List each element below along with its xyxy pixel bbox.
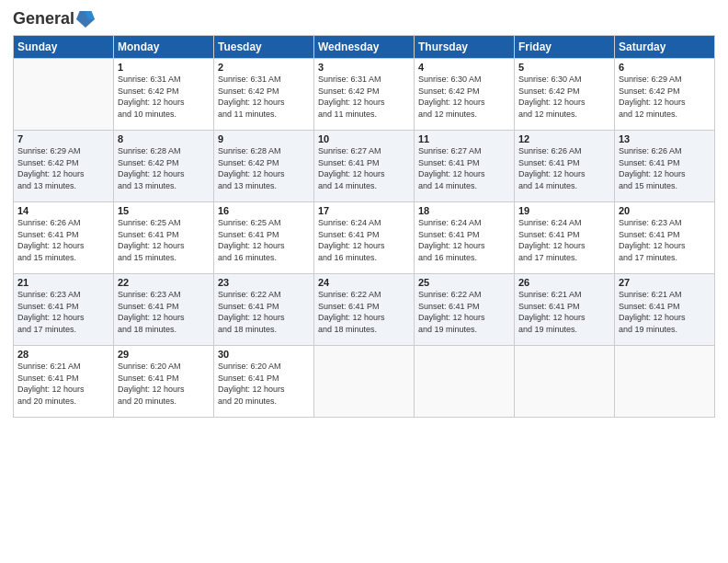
logo-general: General <box>13 9 74 28</box>
day-info: Sunrise: 6:22 AM Sunset: 6:41 PM Dayligh… <box>218 289 310 335</box>
day-number: 10 <box>318 133 410 144</box>
day-info: Sunrise: 6:29 AM Sunset: 6:42 PM Dayligh… <box>17 145 109 191</box>
day-info: Sunrise: 6:26 AM Sunset: 6:41 PM Dayligh… <box>17 217 109 263</box>
week-row-5: 28Sunrise: 6:21 AM Sunset: 6:41 PM Dayli… <box>14 346 715 418</box>
day-cell <box>14 59 114 131</box>
day-cell: 13Sunrise: 6:26 AM Sunset: 6:41 PM Dayli… <box>615 131 715 202</box>
header-cell-sunday: Sunday <box>14 36 114 59</box>
day-number: 17 <box>318 205 410 216</box>
header-cell-saturday: Saturday <box>615 36 715 59</box>
day-number: 7 <box>17 133 109 144</box>
day-cell: 26Sunrise: 6:21 AM Sunset: 6:41 PM Dayli… <box>515 274 615 346</box>
day-info: Sunrise: 6:25 AM Sunset: 6:41 PM Dayligh… <box>218 217 310 263</box>
day-cell: 12Sunrise: 6:26 AM Sunset: 6:41 PM Dayli… <box>515 131 615 202</box>
day-cell: 2Sunrise: 6:31 AM Sunset: 6:42 PM Daylig… <box>214 59 314 131</box>
day-cell: 3Sunrise: 6:31 AM Sunset: 6:42 PM Daylig… <box>314 59 415 131</box>
week-row-1: 1Sunrise: 6:31 AM Sunset: 6:42 PM Daylig… <box>14 59 715 131</box>
day-number: 21 <box>17 277 109 288</box>
day-cell: 7Sunrise: 6:29 AM Sunset: 6:42 PM Daylig… <box>14 131 114 202</box>
day-number: 29 <box>118 349 210 360</box>
day-number: 27 <box>619 277 711 288</box>
day-cell: 27Sunrise: 6:21 AM Sunset: 6:41 PM Dayli… <box>615 274 715 346</box>
day-cell: 16Sunrise: 6:25 AM Sunset: 6:41 PM Dayli… <box>214 202 314 274</box>
day-cell <box>415 346 515 418</box>
day-cell: 4Sunrise: 6:30 AM Sunset: 6:42 PM Daylig… <box>415 59 515 131</box>
day-cell: 10Sunrise: 6:27 AM Sunset: 6:41 PM Dayli… <box>314 131 415 202</box>
logo-text-block: General <box>13 9 95 28</box>
day-number: 1 <box>118 62 210 73</box>
day-cell: 18Sunrise: 6:24 AM Sunset: 6:41 PM Dayli… <box>415 202 515 274</box>
day-cell: 9Sunrise: 6:28 AM Sunset: 6:42 PM Daylig… <box>214 131 314 202</box>
day-info: Sunrise: 6:20 AM Sunset: 6:41 PM Dayligh… <box>118 361 210 407</box>
day-number: 14 <box>17 205 109 216</box>
logo: General <box>13 9 95 28</box>
day-number: 2 <box>218 62 310 73</box>
day-number: 19 <box>518 205 610 216</box>
day-number: 25 <box>418 277 510 288</box>
day-number: 4 <box>418 62 510 73</box>
day-number: 28 <box>17 349 109 360</box>
day-info: Sunrise: 6:25 AM Sunset: 6:41 PM Dayligh… <box>118 217 210 263</box>
day-number: 26 <box>518 277 610 288</box>
day-cell: 6Sunrise: 6:29 AM Sunset: 6:42 PM Daylig… <box>615 59 715 131</box>
day-cell: 30Sunrise: 6:20 AM Sunset: 6:41 PM Dayli… <box>214 346 314 418</box>
main-container: General SundayMond <box>0 0 728 427</box>
day-cell: 25Sunrise: 6:22 AM Sunset: 6:41 PM Dayli… <box>415 274 515 346</box>
day-number: 11 <box>418 133 510 144</box>
day-number: 8 <box>118 133 210 144</box>
day-info: Sunrise: 6:31 AM Sunset: 6:42 PM Dayligh… <box>218 74 310 120</box>
day-cell <box>515 346 615 418</box>
day-info: Sunrise: 6:23 AM Sunset: 6:41 PM Dayligh… <box>17 289 109 335</box>
day-info: Sunrise: 6:24 AM Sunset: 6:41 PM Dayligh… <box>318 217 410 263</box>
header-row: SundayMondayTuesdayWednesdayThursdayFrid… <box>14 36 715 59</box>
day-info: Sunrise: 6:21 AM Sunset: 6:41 PM Dayligh… <box>518 289 610 335</box>
logo-icon <box>76 9 95 29</box>
day-info: Sunrise: 6:26 AM Sunset: 6:41 PM Dayligh… <box>619 145 711 191</box>
day-info: Sunrise: 6:24 AM Sunset: 6:41 PM Dayligh… <box>418 217 510 263</box>
week-row-4: 21Sunrise: 6:23 AM Sunset: 6:41 PM Dayli… <box>14 274 715 346</box>
week-row-2: 7Sunrise: 6:29 AM Sunset: 6:42 PM Daylig… <box>14 131 715 202</box>
day-info: Sunrise: 6:23 AM Sunset: 6:41 PM Dayligh… <box>619 217 711 263</box>
day-info: Sunrise: 6:30 AM Sunset: 6:42 PM Dayligh… <box>418 74 510 120</box>
day-number: 30 <box>218 349 310 360</box>
day-info: Sunrise: 6:28 AM Sunset: 6:42 PM Dayligh… <box>218 145 310 191</box>
day-cell: 17Sunrise: 6:24 AM Sunset: 6:41 PM Dayli… <box>314 202 415 274</box>
day-info: Sunrise: 6:28 AM Sunset: 6:42 PM Dayligh… <box>118 145 210 191</box>
day-number: 24 <box>318 277 410 288</box>
day-number: 13 <box>619 133 711 144</box>
day-cell: 19Sunrise: 6:24 AM Sunset: 6:41 PM Dayli… <box>515 202 615 274</box>
day-cell: 29Sunrise: 6:20 AM Sunset: 6:41 PM Dayli… <box>114 346 214 418</box>
day-number: 3 <box>318 62 410 73</box>
day-cell: 15Sunrise: 6:25 AM Sunset: 6:41 PM Dayli… <box>114 202 214 274</box>
day-number: 23 <box>218 277 310 288</box>
day-info: Sunrise: 6:24 AM Sunset: 6:41 PM Dayligh… <box>518 217 610 263</box>
day-cell: 24Sunrise: 6:22 AM Sunset: 6:41 PM Dayli… <box>314 274 415 346</box>
header: General <box>13 9 715 28</box>
day-info: Sunrise: 6:21 AM Sunset: 6:41 PM Dayligh… <box>17 361 109 407</box>
header-cell-friday: Friday <box>515 36 615 59</box>
calendar-table: SundayMondayTuesdayWednesdayThursdayFrid… <box>13 35 715 418</box>
day-cell: 23Sunrise: 6:22 AM Sunset: 6:41 PM Dayli… <box>214 274 314 346</box>
day-number: 15 <box>118 205 210 216</box>
day-number: 12 <box>518 133 610 144</box>
header-cell-monday: Monday <box>114 36 214 59</box>
day-info: Sunrise: 6:22 AM Sunset: 6:41 PM Dayligh… <box>318 289 410 335</box>
day-number: 5 <box>518 62 610 73</box>
day-number: 20 <box>619 205 711 216</box>
day-info: Sunrise: 6:20 AM Sunset: 6:41 PM Dayligh… <box>218 361 310 407</box>
day-number: 16 <box>218 205 310 216</box>
day-info: Sunrise: 6:29 AM Sunset: 6:42 PM Dayligh… <box>619 74 711 120</box>
header-cell-thursday: Thursday <box>415 36 515 59</box>
day-info: Sunrise: 6:27 AM Sunset: 6:41 PM Dayligh… <box>318 145 410 191</box>
day-number: 9 <box>218 133 310 144</box>
day-number: 18 <box>418 205 510 216</box>
day-info: Sunrise: 6:31 AM Sunset: 6:42 PM Dayligh… <box>118 74 210 120</box>
logo-label: General <box>13 10 74 29</box>
day-cell: 8Sunrise: 6:28 AM Sunset: 6:42 PM Daylig… <box>114 131 214 202</box>
day-info: Sunrise: 6:23 AM Sunset: 6:41 PM Dayligh… <box>118 289 210 335</box>
day-cell: 28Sunrise: 6:21 AM Sunset: 6:41 PM Dayli… <box>14 346 114 418</box>
day-info: Sunrise: 6:26 AM Sunset: 6:41 PM Dayligh… <box>518 145 610 191</box>
day-cell: 21Sunrise: 6:23 AM Sunset: 6:41 PM Dayli… <box>14 274 114 346</box>
day-cell: 14Sunrise: 6:26 AM Sunset: 6:41 PM Dayli… <box>14 202 114 274</box>
day-cell <box>314 346 415 418</box>
